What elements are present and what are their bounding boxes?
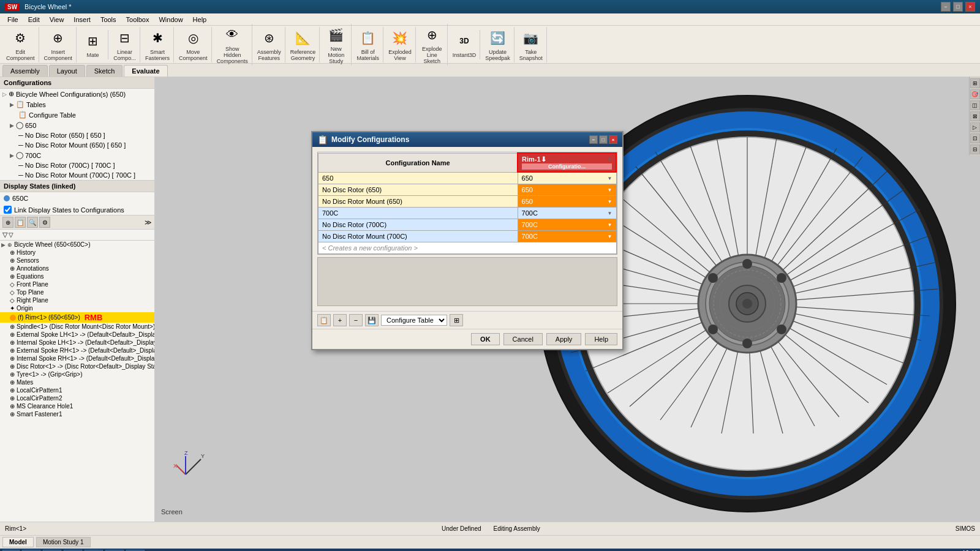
dialog-tool-save[interactable]: 💾 — [365, 314, 379, 326]
tab-assembly[interactable]: Assembly — [2, 65, 48, 77]
tree-tool-3[interactable]: 🔍 — [27, 217, 38, 228]
tool-take-snapshot[interactable]: 📷 TakeSnapshot — [516, 27, 547, 62]
dialog-tool-delete-row[interactable]: − — [349, 314, 363, 326]
maximize-button[interactable]: □ — [953, 2, 963, 12]
help-button[interactable]: Help — [585, 333, 617, 345]
menu-view[interactable]: View — [45, 15, 69, 24]
dialog-tool-table[interactable]: 📋 — [317, 314, 331, 326]
local-cir-2-icon: ⊕ — [10, 395, 15, 402]
tree-top-plane[interactable]: ◇ Top Plane — [0, 288, 154, 296]
dialog-close[interactable]: × — [609, 135, 617, 144]
config-650[interactable]: ▶ ◯ 650 — [0, 120, 154, 130]
apply-button[interactable]: Apply — [546, 333, 582, 345]
tree-tool-2[interactable]: 📋 — [15, 217, 26, 228]
tool-show-hidden[interactable]: 👁 ShowHiddenComponents — [213, 24, 252, 66]
close-button[interactable]: × — [965, 2, 975, 12]
tab-evaluate[interactable]: Evaluate — [124, 65, 167, 77]
menu-toolbox[interactable]: Toolbox — [121, 15, 154, 24]
tab-layout[interactable]: Layout — [49, 65, 85, 77]
display-state-active[interactable]: 650C — [0, 192, 154, 204]
tool-new-motion-study[interactable]: 🎬 NewMotionStudy — [321, 24, 352, 66]
row-value-no-disc-700[interactable]: 700C ▼ — [518, 219, 616, 231]
link-checkbox-input[interactable] — [4, 206, 12, 214]
tree-root[interactable]: ▶ ⊕ Bicycle Wheel (650<650C>) — [0, 241, 154, 249]
tree-ext-spoke-rh[interactable]: ⊕ External Spoke RH<1> -> (Default<Defau… — [0, 347, 154, 354]
tool-insert-component[interactable]: ⊕ InsertComponent — [40, 27, 77, 62]
tool-explode-line-sketch[interactable]: ⊕ ExplodeLineSketch — [417, 24, 448, 66]
ok-button[interactable]: OK — [471, 333, 500, 345]
config-no-disc-mount-650[interactable]: ─ No Disc Rotor Mount (650) [ 650 ] — [0, 140, 154, 150]
config-no-disc-700[interactable]: ─ No Disc Rotor (700C) [ 700C ] — [0, 160, 154, 170]
tool-update-speedpak[interactable]: 🔄 UpdateSpeedpak — [481, 27, 514, 62]
config-no-disc-mount-700[interactable]: ─ No Disc Rotor Mount (700C) [ 700C ] — [0, 170, 154, 180]
menu-help[interactable]: Help — [188, 15, 212, 24]
expand-collapse-icon[interactable]: ≫ — [145, 219, 152, 227]
tree-int-spoke-lh[interactable]: ⊕ Internal Spoke LH<1> -> (Default<Defau… — [0, 339, 154, 347]
tab-model[interactable]: Model — [2, 537, 34, 547]
tool-exploded-view[interactable]: 💥 ExplodedView — [385, 27, 416, 62]
tree-int-spoke-rh[interactable]: ⊕ Internal Spoke RH<1> -> (Default<Defau… — [0, 354, 154, 362]
tree-sensors[interactable]: ⊕ Sensors — [0, 257, 154, 264]
menu-tools[interactable]: Tools — [96, 15, 121, 24]
tree-local-cir-1[interactable]: ⊕ LocalCirPattern1 — [0, 386, 154, 394]
configure-table-select[interactable]: Configure Table — [381, 315, 447, 326]
tree-origin[interactable]: ✦ Origin — [0, 304, 154, 312]
config-700c[interactable]: ▶ ◯ 700C — [0, 150, 154, 160]
row-name-no-disc-700: No Disc Rotor (700C) — [318, 219, 518, 231]
config-no-disc-650[interactable]: ─ No Disc Rotor (650) [ 650 ] — [0, 130, 154, 140]
dialog-maximize[interactable]: □ — [599, 135, 608, 144]
minimize-button[interactable]: − — [941, 2, 951, 12]
dialog-controls[interactable]: − □ × — [589, 135, 617, 144]
dialog-minimize[interactable]: − — [589, 135, 598, 144]
tab-motion-study-1[interactable]: Motion Study 1 — [36, 537, 91, 547]
tree-tool-4[interactable]: ⚙ — [39, 217, 50, 228]
tool-assembly-features[interactable]: ⊛ AssemblyFeatures — [254, 27, 285, 62]
tree-mates[interactable]: ⊕ Mates — [0, 378, 154, 386]
link-display-states-checkbox[interactable]: Link Display States to Configurations — [0, 204, 154, 215]
dialog-tool-extra[interactable]: ⊞ — [450, 314, 463, 326]
model-tree: ▶ ⊕ Bicycle Wheel (650<650C>) ⊕ History … — [0, 241, 154, 418]
tool-mate[interactable]: ⊞ Mate — [78, 30, 108, 59]
tool-move-component[interactable]: ◎ MoveComponent — [175, 27, 212, 62]
menu-edit[interactable]: Edit — [23, 15, 45, 24]
tree-disc-rotor[interactable]: ⊕ Disc Rotor<1> -> (Disc Rotor<Default>_… — [0, 362, 154, 370]
tree-right-plane[interactable]: ◇ Right Plane — [0, 296, 154, 304]
cancel-button[interactable]: Cancel — [503, 333, 543, 345]
tree-annotations[interactable]: ⊕ Annotations — [0, 264, 154, 272]
tree-ext-spoke-lh[interactable]: ⊕ External Spoke LH<1> -> (Default<Defau… — [0, 331, 154, 339]
menu-insert[interactable]: Insert — [69, 15, 96, 24]
tool-edit-component[interactable]: ⚙ EditComponent — [2, 27, 39, 62]
row-value-650[interactable]: 650 ▼ — [518, 172, 616, 184]
new-config-label[interactable]: < Creates a new configuration > — [318, 242, 617, 254]
config-tables[interactable]: ▶ 📋 Tables — [0, 99, 154, 110]
tree-tool-1[interactable]: ⊕ — [2, 217, 13, 228]
config-tree-root[interactable]: ▷ ⊕ Bicycle Wheel Configuration(s) (650) — [0, 89, 154, 99]
tree-local-cir-2[interactable]: ⊕ LocalCirPattern2 — [0, 394, 154, 402]
row-value-no-disc-650[interactable]: 650 ▼ — [518, 184, 616, 196]
tree-rim[interactable]: (f) Rim<1> (650<650>) RMB — [0, 312, 154, 323]
tool-smart-fasteners[interactable]: ✱ SmartFasteners — [141, 27, 174, 62]
tree-tyre[interactable]: ⊕ Tyre<1> -> (Grip<Grip>) — [0, 370, 154, 378]
row-value-no-disc-mount-650[interactable]: 650 ▼ — [518, 196, 616, 208]
tool-instant3d[interactable]: 3D Instant3D — [449, 30, 481, 59]
row-value-no-disc-mount-700[interactable]: 700C ▼ — [518, 231, 616, 242]
menu-window[interactable]: Window — [154, 15, 187, 24]
titlebar-left: SW Bicycle Wheel * — [5, 3, 72, 11]
tree-ms-clearance[interactable]: ⊕ MS Clearance Hole1 — [0, 402, 154, 410]
menu-file[interactable]: File — [2, 15, 23, 24]
titlebar-controls[interactable]: − □ × — [941, 2, 975, 12]
tool-linear-component[interactable]: ⊟ LinearCompo... — [110, 27, 140, 62]
tree-history[interactable]: ⊕ History — [0, 249, 154, 257]
col-rim[interactable]: Rim-1⬇ ▼ Configuratio... — [518, 153, 616, 172]
tree-spindle[interactable]: ⊕ Spindle<1> (Disc Rotor Mount<Disc Roto… — [0, 323, 154, 331]
tool-reference-geometry[interactable]: 📐 ReferenceGeometry — [287, 27, 320, 62]
row-value-700c[interactable]: 700C ▼ — [518, 208, 616, 219]
config-configure-table[interactable]: 📋 Configure Table — [0, 110, 154, 120]
tab-sketch[interactable]: Sketch — [86, 65, 123, 77]
tree-smart-fastener[interactable]: ⊕ Smart Fastener1 — [0, 410, 154, 418]
ms-clearance-icon: ⊕ — [10, 403, 15, 410]
dialog-tool-add-row[interactable]: + — [333, 314, 347, 326]
tool-bill-of-materials[interactable]: 📋 Bill ofMaterials — [353, 27, 383, 62]
tree-front-plane[interactable]: ◇ Front Plane — [0, 280, 154, 288]
tree-equations[interactable]: ⊕ Equations — [0, 272, 154, 280]
